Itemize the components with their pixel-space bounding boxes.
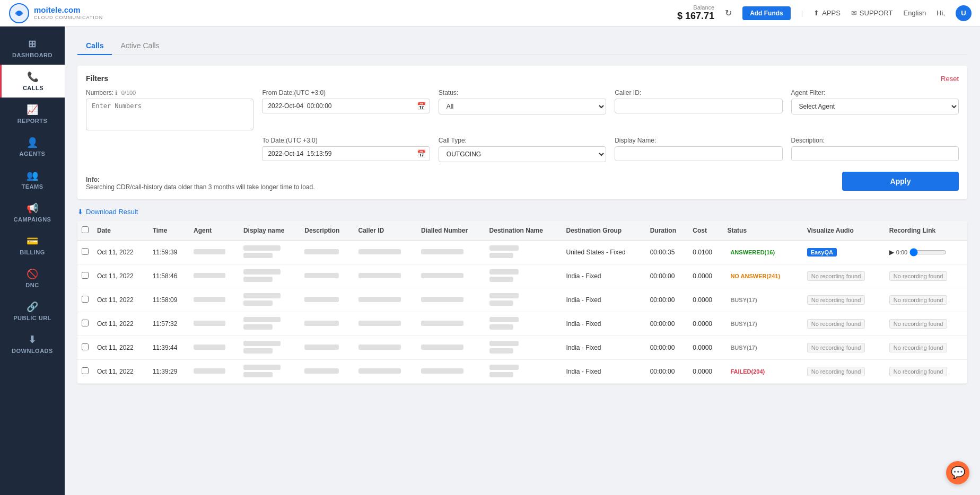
cell-recording-link: No recording found	[885, 360, 967, 384]
cell-recording-link: No recording found	[885, 312, 967, 336]
reset-button[interactable]: Reset	[941, 75, 959, 83]
cell-cost: 0.0000	[688, 360, 723, 384]
status-badge: BUSY(17)	[727, 343, 760, 352]
play-button[interactable]: ▶	[889, 249, 894, 256]
to-date-input[interactable]	[262, 146, 430, 161]
status-label: Status:	[439, 89, 606, 96]
from-date-input[interactable]	[262, 99, 430, 113]
sidebar-item-public-url[interactable]: 🔗 PUBLIC URL	[0, 295, 65, 328]
cell-agent	[189, 264, 239, 288]
apply-button[interactable]: Apply	[842, 172, 959, 191]
sidebar-item-reports[interactable]: 📈 REPORTS	[0, 98, 65, 130]
chat-bubble[interactable]: 💬	[946, 461, 969, 484]
cell-recording-link: No recording found	[885, 264, 967, 288]
user-avatar[interactable]: U	[956, 5, 972, 21]
cell-destination-name	[485, 288, 562, 312]
apps-link[interactable]: ⬆ APPS	[813, 9, 841, 17]
cell-destination-name	[485, 241, 562, 264]
caller-id-input[interactable]	[615, 99, 782, 113]
redacted-data	[194, 368, 225, 374]
sidebar-label-teams: TEAMS	[22, 183, 43, 190]
header-checkbox	[77, 221, 93, 241]
select-all-checkbox[interactable]	[82, 226, 89, 233]
billing-icon: 💳	[27, 235, 39, 247]
downloads-icon: ⬇	[28, 334, 37, 346]
cell-destination-name	[485, 312, 562, 336]
display-name-input[interactable]	[615, 146, 782, 161]
support-link[interactable]: ✉ SUPPORT	[851, 9, 893, 17]
cell-duration: 00:00:00	[646, 336, 689, 360]
filter-call-type: Call Type: OUTGOING INCOMING	[439, 137, 606, 162]
cell-date: Oct 11, 2022	[93, 312, 148, 336]
call-type-select[interactable]: OUTGOING INCOMING	[439, 146, 606, 162]
redacted-data	[243, 365, 281, 370]
row-checkbox-cell	[77, 264, 93, 288]
row-checkbox[interactable]	[82, 367, 89, 374]
sidebar-item-teams[interactable]: 👥 TEAMS	[0, 163, 65, 196]
row-checkbox[interactable]	[82, 272, 89, 279]
row-checkbox[interactable]	[82, 320, 89, 326]
status-select[interactable]: All ANSWERED NO ANSWER BUSY FAILED	[439, 99, 606, 114]
table-row: Oct 11, 2022 11:57:32 India - Fixed 00:0…	[77, 312, 967, 336]
cell-destination-group: India - Fixed	[562, 360, 646, 384]
user-greeting: Hi,	[937, 9, 945, 17]
cell-caller-id	[354, 288, 417, 312]
language-selector[interactable]: English	[903, 9, 926, 17]
refresh-icon[interactable]: ↻	[725, 8, 732, 18]
description-label: Description:	[791, 137, 959, 144]
cell-caller-id	[354, 312, 417, 336]
redacted-data	[194, 273, 225, 278]
col-caller-id: Caller ID	[354, 221, 417, 241]
agent-filter-label: Agent Filter:	[791, 89, 959, 96]
cell-agent	[189, 288, 239, 312]
col-agent: Agent	[189, 221, 239, 241]
nav-sep-1: |	[801, 9, 803, 17]
tab-calls[interactable]: Calls	[77, 37, 112, 55]
add-funds-button[interactable]: Add Funds	[742, 6, 791, 20]
cell-dialled-number	[417, 264, 485, 288]
cell-recording-link: ▶ 0:00	[885, 241, 967, 264]
logo-name: moitele.com	[34, 5, 103, 15]
cell-destination-group: India - Fixed	[562, 264, 646, 288]
sidebar-item-dnc[interactable]: 🚫 DNC	[0, 262, 65, 295]
sidebar-item-billing[interactable]: 💳 BILLING	[0, 229, 65, 262]
numbers-input[interactable]	[86, 99, 253, 130]
audio-time: 0:00	[896, 249, 907, 255]
sidebar-item-calls[interactable]: 📞 CALLS	[0, 65, 65, 98]
row-checkbox[interactable]	[82, 296, 89, 303]
agent-filter-select[interactable]: Select Agent	[791, 99, 959, 114]
row-checkbox-cell	[77, 360, 93, 384]
audio-scrubber[interactable]	[909, 248, 947, 257]
balance-label: Balance	[693, 4, 714, 11]
cell-caller-id	[354, 336, 417, 360]
download-link[interactable]: ⬇ Download Result	[77, 208, 967, 216]
row-checkbox[interactable]	[82, 343, 89, 350]
no-recording-badge: No recording found	[807, 295, 865, 305]
caller-id-label: Caller ID:	[615, 89, 782, 96]
call-type-label: Call Type:	[439, 137, 606, 144]
cell-time: 11:39:44	[148, 336, 189, 360]
row-checkbox[interactable]	[82, 248, 89, 255]
redacted-data	[421, 273, 463, 278]
description-input[interactable]	[791, 146, 959, 161]
sidebar-item-dashboard[interactable]: ⊞ DASHBOARD	[0, 32, 65, 65]
no-recording-link-badge: No recording found	[889, 367, 948, 376]
col-recording-link: Recording Link	[885, 221, 967, 241]
table-row: Oct 11, 2022 11:58:46 India - Fixed 00:0…	[77, 264, 967, 288]
tab-active-calls[interactable]: Active Calls	[112, 37, 168, 55]
cell-description	[300, 312, 354, 336]
cell-dialled-number	[417, 360, 485, 384]
easyqa-badge[interactable]: EasyQA	[807, 248, 837, 257]
col-description: Description	[300, 221, 354, 241]
table-row: Oct 11, 2022 11:58:09 India - Fixed 00:0…	[77, 288, 967, 312]
cell-destination-group: India - Fixed	[562, 288, 646, 312]
redacted-data	[304, 344, 339, 350]
from-date-wrap: 📅	[262, 99, 430, 113]
redacted-data	[421, 344, 463, 350]
sidebar-item-agents[interactable]: 👤 AGENTS	[0, 130, 65, 163]
status-badge: BUSY(17)	[727, 320, 760, 328]
sidebar-item-campaigns[interactable]: 📢 CAMPAIGNS	[0, 196, 65, 229]
redacted-data	[358, 249, 401, 254]
sidebar-item-downloads[interactable]: ⬇ DOWNLOADS	[0, 328, 65, 360]
redacted-data	[194, 321, 225, 326]
